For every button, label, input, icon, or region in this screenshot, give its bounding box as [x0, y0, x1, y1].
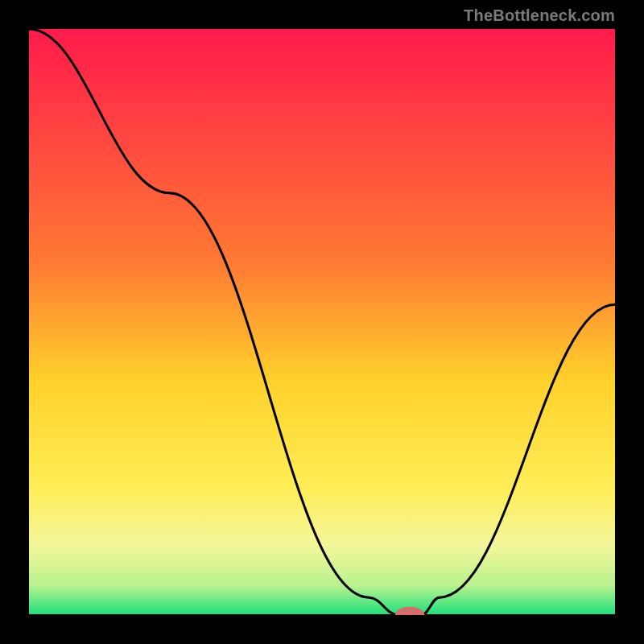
chart-svg [29, 29, 615, 615]
chart-frame: TheBottleneck.com [0, 0, 644, 644]
plot-area [29, 29, 615, 615]
gradient-background [29, 29, 615, 615]
watermark-text: TheBottleneck.com [464, 6, 615, 25]
